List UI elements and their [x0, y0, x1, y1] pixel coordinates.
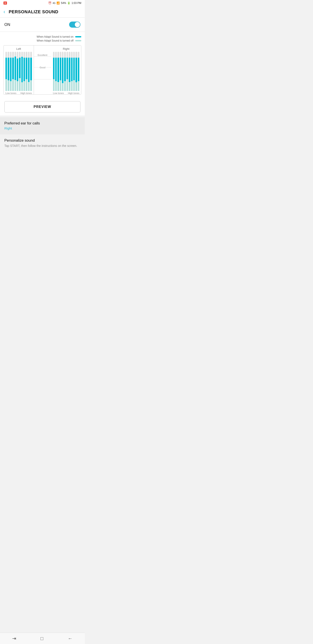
- bar-column: [62, 52, 63, 91]
- bar-empty-segment: [5, 52, 7, 58]
- right-x-labels: Low tones High tones: [53, 92, 80, 94]
- legend-on-label: When Adapt Sound is turned on: [37, 35, 73, 38]
- bar-empty-segment: [60, 52, 61, 58]
- bar-off-segment: [53, 79, 54, 91]
- personalize-desc: Tap START, then follow the instructions …: [4, 144, 80, 148]
- left-chart-title: Left: [5, 47, 32, 50]
- bar-empty-segment: [71, 52, 73, 58]
- chart-section: When Adapt Sound is turned on When Adapt…: [0, 32, 85, 98]
- toggle-switch[interactable]: [69, 22, 80, 28]
- back-button[interactable]: ‹: [3, 9, 5, 15]
- bar-empty-segment: [14, 52, 16, 56]
- battery-icon: 🔋: [67, 2, 70, 4]
- bar-column: [64, 52, 66, 91]
- bar-off-segment: [60, 80, 61, 91]
- right-chart-panel: Right Low tones High tones: [51, 46, 81, 94]
- right-high-label: High tones: [68, 92, 79, 94]
- right-low-label: Low tones: [53, 92, 64, 94]
- bar-on-segment: [64, 58, 66, 81]
- bar-column: [71, 52, 73, 91]
- bar-on-segment: [14, 56, 16, 80]
- preferred-ear-title: Preferred ear for calls: [4, 121, 80, 126]
- bar-column: [66, 52, 68, 91]
- bar-column: [69, 52, 70, 91]
- bar-off-segment: [28, 82, 29, 91]
- left-x-labels: Low tones High tones: [5, 92, 32, 94]
- bar-column: [53, 52, 54, 91]
- bar-empty-segment: [66, 52, 68, 58]
- bar-column: [26, 52, 27, 91]
- bar-column: [7, 52, 9, 91]
- legend-item-on: When Adapt Sound is turned on: [37, 35, 81, 38]
- bar-on-segment: [57, 58, 59, 82]
- bar-empty-segment: [69, 52, 70, 58]
- bar-off-segment: [7, 80, 9, 91]
- bar-off-segment: [78, 81, 79, 91]
- gmail-icon: M: [3, 2, 7, 4]
- bar-column: [10, 52, 11, 91]
- bar-empty-segment: [64, 52, 66, 58]
- good-label: Good: [34, 66, 51, 69]
- bar-on-segment: [53, 58, 54, 79]
- status-bar: M ⏰ 4G 📶 54% 🔋 1:03 PM: [0, 0, 85, 6]
- bar-off-segment: [26, 79, 27, 91]
- bar-on-segment: [62, 58, 63, 83]
- bar-empty-segment: [62, 52, 63, 58]
- bar-off-segment: [5, 79, 7, 91]
- left-bars: [5, 52, 32, 91]
- toggle-knob: [75, 22, 80, 27]
- bar-empty-segment: [17, 52, 18, 58]
- personalize-section: Personalize sound Tap START, then follow…: [0, 134, 85, 152]
- bar-empty-segment: [30, 52, 32, 58]
- bar-empty-segment: [12, 52, 14, 58]
- bar-off-segment: [55, 81, 57, 91]
- bar-off-segment: [66, 79, 68, 91]
- bar-off-segment: [64, 81, 66, 91]
- bar-on-segment: [26, 58, 27, 79]
- legend: When Adapt Sound is turned on When Adapt…: [3, 35, 81, 42]
- bar-column: [30, 52, 32, 91]
- bar-on-segment: [78, 58, 79, 81]
- excellent-label: Excellent: [34, 54, 51, 56]
- bar-off-segment: [17, 81, 18, 91]
- legend-on-color: [75, 36, 81, 38]
- bar-on-segment: [30, 58, 32, 80]
- bar-off-segment: [30, 80, 32, 91]
- bar-off-segment: [19, 78, 20, 91]
- bar-column: [23, 52, 25, 91]
- bar-column: [17, 52, 18, 91]
- header: ‹ PERSONALIZE SOUND: [0, 6, 85, 18]
- bar-empty-segment: [73, 52, 75, 58]
- right-bars: [53, 52, 80, 91]
- bar-column: [78, 52, 79, 91]
- bar-off-segment: [69, 82, 70, 91]
- bar-column: [73, 52, 75, 91]
- left-high-label: High tones: [20, 92, 32, 94]
- bar-on-segment: [55, 58, 57, 81]
- bar-off-segment: [14, 80, 16, 91]
- bar-empty-segment: [19, 52, 20, 58]
- bar-off-segment: [75, 82, 77, 91]
- preferred-ear-value: Right: [4, 126, 80, 130]
- preferred-ear-section[interactable]: Preferred ear for calls Right: [0, 117, 85, 134]
- bar-on-segment: [7, 58, 9, 80]
- chart-wrapper: Left Low tones High tones Excellent Good…: [3, 45, 81, 95]
- signal-icon: 📶: [56, 2, 60, 4]
- status-left: M: [3, 2, 7, 4]
- bar-on-segment: [10, 58, 11, 81]
- bar-on-segment: [60, 58, 61, 80]
- both-charts: Left Low tones High tones Excellent Good…: [4, 46, 81, 94]
- bar-column: [12, 52, 14, 91]
- bar-column: [55, 52, 57, 91]
- preview-button[interactable]: PREVIEW: [4, 101, 80, 112]
- bar-off-segment: [57, 82, 59, 91]
- legend-item-off: When Adapt Sound is turned off: [37, 39, 81, 42]
- bar-empty-segment: [26, 52, 27, 58]
- legend-off-label: When Adapt Sound is turned off: [37, 39, 73, 42]
- bar-empty-segment: [10, 52, 11, 58]
- legend-off-color: [75, 40, 81, 41]
- bar-off-segment: [71, 81, 73, 91]
- bar-column: [21, 52, 23, 91]
- bar-empty-segment: [55, 52, 57, 58]
- bar-column: [19, 52, 20, 91]
